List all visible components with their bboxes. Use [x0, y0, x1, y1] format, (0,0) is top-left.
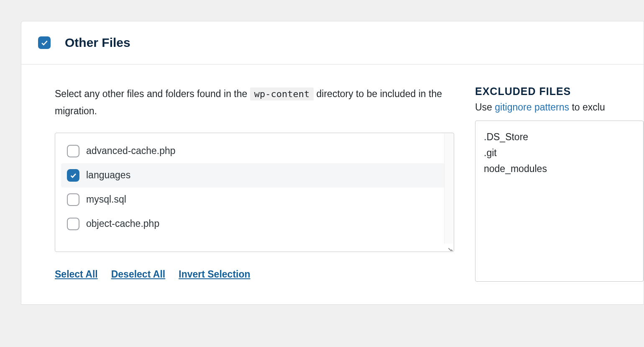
- file-row[interactable]: languages: [61, 163, 448, 188]
- excluded-files-textarea[interactable]: [475, 121, 644, 282]
- file-row[interactable]: mysql.sql: [61, 188, 448, 212]
- gitignore-patterns-link[interactable]: gitignore patterns: [495, 102, 569, 113]
- file-checkbox[interactable]: [67, 218, 79, 230]
- other-files-panel: Other Files Select any other files and f…: [21, 21, 644, 305]
- panel-title: Other Files: [65, 36, 130, 50]
- selection-actions: Select All Deselect All Invert Selection: [55, 269, 454, 280]
- scrollbar[interactable]: [444, 134, 453, 244]
- resize-handle-icon[interactable]: [446, 244, 453, 251]
- invert-selection-button[interactable]: Invert Selection: [179, 269, 250, 280]
- excluded-files-heading: EXCLUDED FILES: [475, 85, 644, 98]
- file-checkbox[interactable]: [67, 193, 79, 206]
- check-icon: [40, 39, 49, 47]
- file-label: advanced-cache.php: [86, 145, 176, 157]
- excluded-files-description: Use gitignore patterns to exclu: [475, 102, 644, 113]
- excluded-files-column: EXCLUDED FILES Use gitignore patterns to…: [475, 85, 644, 283]
- instruction-pre: Select any other files and folders found…: [55, 88, 250, 99]
- file-row[interactable]: object-cache.php: [61, 212, 448, 236]
- select-all-button[interactable]: Select All: [55, 269, 98, 280]
- file-checkbox[interactable]: [67, 145, 79, 157]
- code-directory: wp-content: [250, 87, 314, 100]
- panel-body: Select any other files and folders found…: [21, 64, 644, 304]
- file-list: advanced-cache.php languages mysql.sql: [55, 133, 454, 252]
- file-checkbox[interactable]: [67, 169, 79, 182]
- section-toggle-checkbox[interactable]: [38, 36, 51, 49]
- file-selection-column: Select any other files and folders found…: [55, 85, 454, 283]
- file-row[interactable]: advanced-cache.php: [61, 139, 448, 163]
- instruction-text: Select any other files and folders found…: [55, 85, 454, 120]
- file-label: languages: [86, 170, 130, 181]
- file-label: mysql.sql: [86, 194, 126, 205]
- file-label: object-cache.php: [86, 218, 159, 229]
- check-icon: [69, 172, 77, 179]
- panel-header: Other Files: [21, 21, 644, 64]
- deselect-all-button[interactable]: Deselect All: [111, 269, 166, 280]
- excluded-desc-pre: Use: [475, 102, 495, 113]
- excluded-desc-post: to exclu: [569, 102, 605, 113]
